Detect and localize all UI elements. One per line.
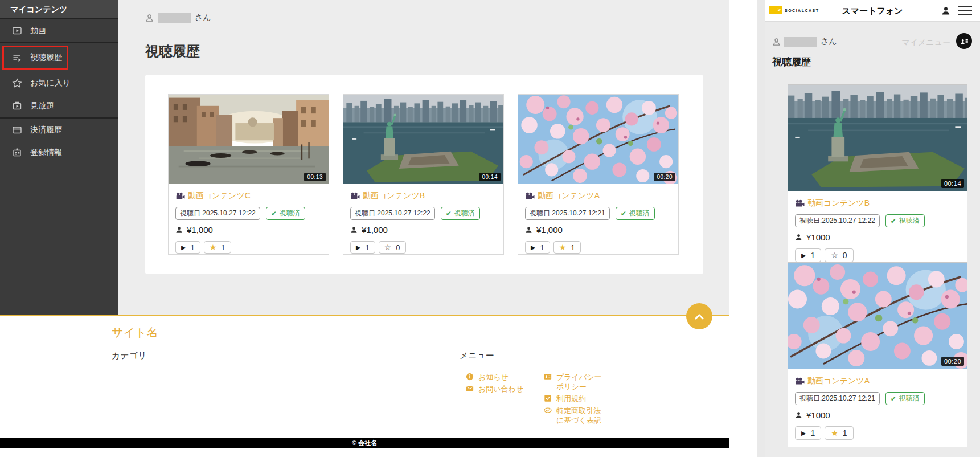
star-count: 0 xyxy=(843,251,847,260)
sidebar-item-label: お気に入り xyxy=(30,78,71,88)
star-count: 0 xyxy=(396,243,400,252)
footer-link-privacy[interactable]: プライバシーポリシー xyxy=(544,372,604,391)
handshake-icon xyxy=(544,406,552,414)
sidebar: マイコンテンツ 動画 視聴履歴 お気に入り 見放題 決済履歴 登録情報 xyxy=(0,0,118,315)
footer-link-label: 利用規約 xyxy=(556,394,586,403)
sidebar-item-subscription[interactable]: 見放題 xyxy=(0,95,118,119)
star-filled-icon: ★ xyxy=(210,243,217,252)
play-count-button[interactable]: ▶ 1 xyxy=(795,426,821,440)
video-card: 00:20 動画コンテンツA 視聴日 2025.10.27 12:21 ✔ 視聴… xyxy=(518,94,679,255)
card-body: 動画コンテンツA 視聴日 2025.10.27 12:21 ✔ 視聴済 ¥1,0… xyxy=(518,184,678,259)
scrollbar-track[interactable] xyxy=(757,0,765,457)
privacy-card-icon xyxy=(544,373,552,381)
watched-date-badge: 視聴日 2025.10.27 12:22 xyxy=(350,207,435,220)
video-title-link[interactable]: 動画コンテンツA xyxy=(538,191,600,201)
video-title-link[interactable]: 動画コンテンツC xyxy=(188,191,251,201)
person-icon xyxy=(175,226,183,234)
copyright-bar: © 会社名 xyxy=(0,438,729,448)
footer-link-news[interactable]: お知らせ xyxy=(466,372,534,382)
star-count-button[interactable]: ☆ 0 xyxy=(379,241,406,254)
video-title-link[interactable]: 動画コンテンツB xyxy=(807,198,870,209)
footer-link-contact[interactable]: お問い合わせ xyxy=(466,384,534,394)
duration-badge: 00:20 xyxy=(941,357,964,366)
history-icon xyxy=(12,52,22,63)
video-thumbnail[interactable]: 00:14 xyxy=(788,85,967,191)
my-menu-label[interactable]: マイメニュー xyxy=(901,38,950,48)
user-name-suffix: さん xyxy=(195,13,211,23)
movie-camera-icon xyxy=(795,377,805,385)
play-count-button[interactable]: ▶ 1 xyxy=(175,241,200,254)
check-icon: ✔ xyxy=(891,395,896,403)
contact-card-icon xyxy=(960,37,969,46)
watched-status-label: 視聴済 xyxy=(899,394,920,403)
sidebar-item-profile[interactable]: 登録情報 xyxy=(0,141,118,164)
footer-link-terms[interactable]: 利用規約 xyxy=(544,394,604,403)
scroll-to-top-button[interactable] xyxy=(686,303,712,329)
menu-heading: メニュー xyxy=(460,350,494,361)
video-thumbnail[interactable]: 00:20 xyxy=(518,95,678,184)
movie-camera-icon xyxy=(525,192,535,200)
my-menu-button[interactable] xyxy=(956,33,972,49)
duration-badge: 00:20 xyxy=(654,173,675,181)
video-title-link[interactable]: 動画コンテンツA xyxy=(807,376,870,386)
statue-of-liberty-image xyxy=(788,85,967,191)
account-icon[interactable] xyxy=(941,6,950,15)
star-filled-icon: ★ xyxy=(559,243,567,252)
logo-mark-icon: > xyxy=(769,6,782,14)
person-icon xyxy=(795,411,802,419)
star-count: 1 xyxy=(843,429,847,438)
socialcast-logo[interactable]: > SOCIALCAST xyxy=(769,6,819,14)
play-icon: ▶ xyxy=(356,244,360,251)
mobile-user-row: さん xyxy=(772,36,837,47)
play-count: 1 xyxy=(810,251,815,260)
history-panel: 00:13 動画コンテンツC 視聴日 2025.10.27 12:22 ✔ 視聴… xyxy=(145,75,703,274)
star-count-button[interactable]: ★ 1 xyxy=(825,426,853,440)
person-icon xyxy=(525,226,532,234)
footer-link-commerce-law[interactable]: 特定商取引法に基づく表記 xyxy=(544,406,604,425)
play-count-button[interactable]: ▶ 1 xyxy=(795,248,821,262)
play-icon: ▶ xyxy=(181,244,186,251)
duration-badge: 00:13 xyxy=(304,173,326,181)
person-outline-icon xyxy=(772,38,781,46)
watched-status-label: 視聴済 xyxy=(629,209,650,218)
play-icon: ▶ xyxy=(801,252,806,259)
mobile-top-bar: > SOCIALCAST スマートフォン xyxy=(765,0,980,22)
subscription-icon xyxy=(12,101,22,111)
video-title-link[interactable]: 動画コンテンツB xyxy=(363,191,425,201)
price-label: ¥1,000 xyxy=(362,225,388,235)
play-count: 1 xyxy=(810,429,815,438)
sidebar-item-payments[interactable]: 決済履歴 xyxy=(0,119,118,141)
video-thumbnail[interactable]: 00:20 xyxy=(788,263,967,369)
price-label: ¥1000 xyxy=(806,410,830,420)
page-title: 視聴履歴 xyxy=(145,42,200,60)
sidebar-item-history[interactable]: 視聴履歴 xyxy=(0,43,118,72)
sidebar-item-favorites[interactable]: お気に入り xyxy=(0,72,118,95)
video-card: 00:20 動画コンテンツA 視聴日:2025.10.27 12:21 ✔ 視聴… xyxy=(788,262,967,447)
person-outline-icon xyxy=(145,14,154,22)
footer-link-label: お問い合わせ xyxy=(478,384,523,394)
star-count-button[interactable]: ★ 1 xyxy=(553,241,581,254)
play-count-button[interactable]: ▶ 1 xyxy=(350,241,375,254)
sidebar-item-videos[interactable]: 動画 xyxy=(0,19,118,43)
watched-status-badge: ✔ 視聴済 xyxy=(885,392,925,405)
video-thumbnail[interactable]: 00:14 xyxy=(343,95,503,184)
play-count: 1 xyxy=(190,243,194,252)
video-card: 00:14 動画コンテンツB 視聴日:2025.10.27 12:22 ✔ 視聴… xyxy=(788,84,967,270)
play-count-button[interactable]: ▶ 1 xyxy=(525,241,550,254)
star-icon xyxy=(12,78,22,88)
footer-link-label: 特定商取引法に基づく表記 xyxy=(556,406,604,425)
star-outline-icon: ☆ xyxy=(384,243,392,252)
mail-icon xyxy=(466,385,474,393)
sidebar-item-label: 見放題 xyxy=(30,101,54,111)
star-count-button[interactable]: ☆ 0 xyxy=(825,248,853,262)
video-thumbnail[interactable]: 00:13 xyxy=(169,95,329,184)
card-body: 動画コンテンツB 視聴日:2025.10.27 12:22 ✔ 視聴済 ¥100… xyxy=(788,191,967,269)
hamburger-menu-icon[interactable] xyxy=(958,6,972,15)
cherry-blossom-image xyxy=(788,263,967,369)
star-count-button[interactable]: ★ 1 xyxy=(204,241,231,254)
venice-canal-image xyxy=(169,95,329,184)
star-count: 1 xyxy=(221,243,225,252)
video-card: 00:14 動画コンテンツB 視聴日 2025.10.27 12:22 ✔ 視聴… xyxy=(343,94,504,255)
watched-status-badge: ✔ 視聴済 xyxy=(885,214,925,227)
check-square-icon xyxy=(544,394,552,402)
